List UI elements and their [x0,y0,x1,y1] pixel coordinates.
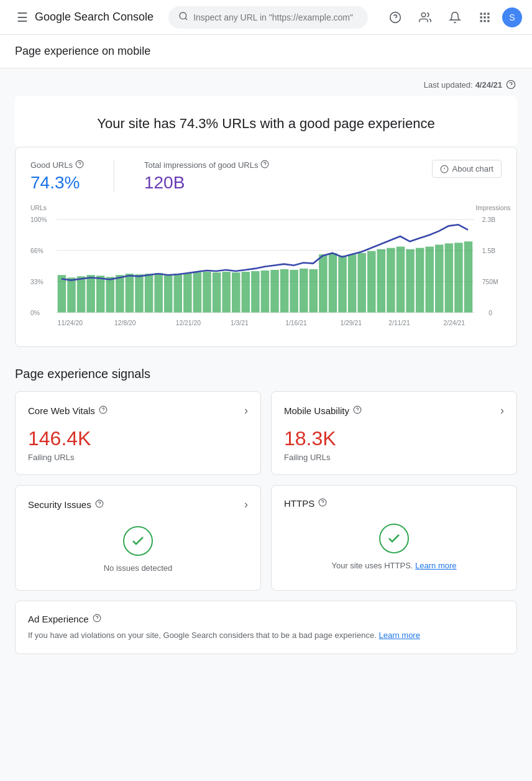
https-learn-more-link[interactable]: Learn more [415,561,456,570]
svg-rect-37 [58,275,66,312]
ad-experience-desc: If you have ad violations on your site, … [28,629,504,642]
svg-rect-78 [454,243,462,312]
core-web-vitals-value: 146.4K [28,427,248,450]
search-icon [178,11,188,24]
svg-text:2.3B: 2.3B [482,216,495,223]
last-updated-help-button[interactable] [505,78,517,91]
svg-rect-51 [193,272,201,312]
svg-rect-69 [367,251,375,313]
svg-rect-57 [251,271,259,312]
svg-rect-76 [435,244,443,312]
svg-text:URLs: URLs [30,205,47,211]
search-bar[interactable] [168,6,368,29]
svg-rect-79 [464,241,472,312]
mobile-usability-help-icon[interactable] [353,405,362,416]
svg-text:750M: 750M [482,279,498,285]
security-issues-chevron-icon[interactable]: › [244,498,248,511]
search-input[interactable] [193,12,358,22]
stat-divider [114,160,114,193]
security-issues-card[interactable]: Security Issues › No issues detected [15,485,261,591]
last-updated-date: 4/24/21 [475,80,502,90]
svg-rect-60 [280,269,288,313]
https-header: HTTPS [284,498,504,509]
svg-rect-55 [232,272,240,312]
svg-rect-58 [261,270,269,312]
impressions-help-icon[interactable] [260,160,269,170]
core-web-vitals-card[interactable]: Core Web Vitals › 146.4K Failing URLs [15,391,261,475]
core-web-vitals-subtitle: Failing URLs [28,453,248,462]
svg-rect-49 [174,274,182,312]
svg-rect-71 [387,248,395,313]
svg-text:Impressions: Impressions [475,205,510,211]
svg-rect-67 [348,254,356,312]
security-issues-title: Security Issues [28,499,104,510]
svg-rect-12 [484,20,485,22]
page-title: Page experience on mobile [15,45,517,58]
svg-rect-65 [329,253,337,313]
menu-icon: ☰ [17,10,28,25]
svg-text:1/3/21: 1/3/21 [231,320,249,326]
svg-rect-74 [416,248,424,313]
svg-rect-70 [377,249,385,313]
svg-line-1 [185,18,187,20]
svg-rect-61 [290,270,298,313]
svg-rect-45 [135,274,143,312]
https-help-icon[interactable] [318,498,327,509]
impressions-value: 120B [144,173,270,193]
svg-rect-59 [270,270,278,313]
menu-button[interactable]: ☰ [10,5,35,30]
good-urls-stat: Good URLs 74.3% [30,160,84,193]
svg-rect-43 [116,275,124,312]
svg-rect-44 [126,274,134,312]
notifications-button[interactable] [443,5,467,30]
people-button[interactable] [413,5,438,30]
svg-rect-66 [338,256,346,312]
good-urls-label: Good URLs [30,160,84,170]
svg-rect-53 [213,272,221,312]
svg-rect-75 [425,247,433,313]
svg-text:1/29/21: 1/29/21 [340,320,362,326]
core-web-vitals-help-icon[interactable] [99,405,108,416]
signals-section-title: Page experience signals [15,367,517,381]
svg-rect-8 [480,16,482,18]
svg-rect-68 [357,253,365,313]
https-check: Your site uses HTTPS. Learn more [284,519,504,575]
mobile-usability-card[interactable]: Mobile Usability › 18.3K Failing URLs [271,391,517,475]
stats-card: Good URLs 74.3% Total impressions of goo… [15,147,517,347]
good-urls-value: 74.3% [30,173,84,193]
security-issues-header: Security Issues › [28,498,248,511]
svg-rect-46 [145,274,153,312]
mobile-usability-title: Mobile Usability [284,405,362,416]
ad-experience-learn-more-link[interactable]: Learn more [378,631,420,640]
svg-rect-72 [397,247,405,313]
signals-grid: Core Web Vitals › 146.4K Failing URLs Mo… [15,391,517,655]
good-urls-help-icon[interactable] [75,160,84,170]
core-web-vitals-chevron-icon[interactable]: › [244,404,248,417]
chart-container: URLs 100% 66% 33% 0% Impressions 2.3B 1.… [30,203,502,334]
svg-text:0%: 0% [30,310,40,317]
mobile-usability-chevron-icon[interactable]: › [500,404,504,417]
svg-text:11/24/20: 11/24/20 [58,320,83,326]
about-chart-label: About chart [452,164,494,173]
svg-rect-7 [487,12,489,14]
impressions-label: Total impressions of good URLs [144,160,270,170]
last-updated: Last updated: 4/24/21 [15,68,517,96]
ad-experience-help-icon[interactable] [93,614,101,624]
https-card: HTTPS Your site uses HTTPS. Learn more [271,485,517,591]
svg-rect-54 [222,272,230,312]
svg-rect-40 [86,275,94,312]
last-updated-label: Last updated: [424,80,473,90]
security-issues-help-icon[interactable] [95,499,104,510]
chart-svg: URLs 100% 66% 33% 0% Impressions 2.3B 1.… [30,203,502,332]
header: ☰ Google Search Console S [0,0,532,35]
security-issues-check: No issues detected [28,521,248,578]
about-chart-button[interactable]: About chart [432,160,502,178]
help-button[interactable] [383,5,408,30]
user-avatar[interactable]: S [502,7,522,27]
svg-rect-64 [319,254,327,312]
apps-button[interactable] [472,5,497,30]
svg-text:1/16/21: 1/16/21 [285,320,307,326]
logo-text: Google Search Console [35,11,154,24]
svg-text:2/11/21: 2/11/21 [388,320,410,326]
security-issues-check-text: No issues detected [104,563,173,573]
